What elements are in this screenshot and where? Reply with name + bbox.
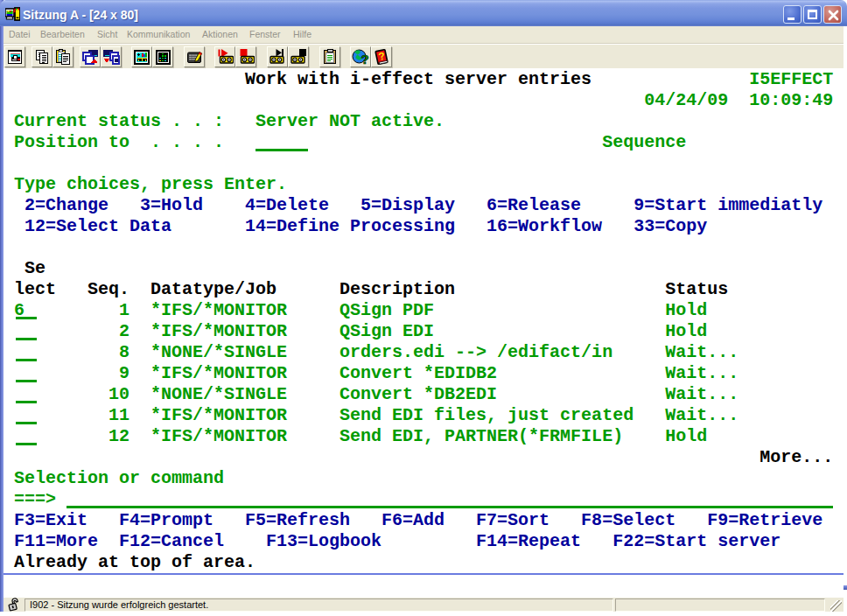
svg-text:?: ? xyxy=(361,52,369,66)
